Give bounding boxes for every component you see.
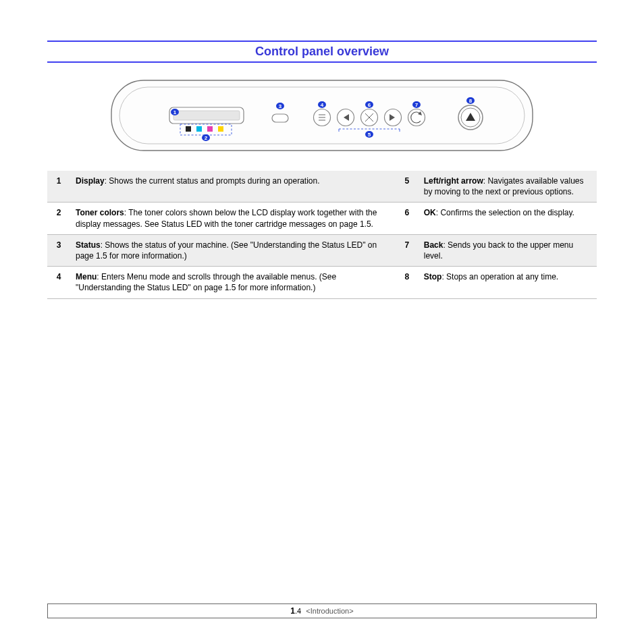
page-footer: 1.4 <Introduction> [47, 603, 597, 618]
legend-desc: OK: Confirms the selection on the displa… [417, 203, 597, 234]
legend-desc: Menu: Enters Menu mode and scrolls throu… [69, 267, 396, 298]
legend-desc: Back: Sends you back to the upper menu l… [417, 234, 597, 266]
svg-rect-3 [173, 111, 240, 120]
legend-num: 4 [47, 267, 69, 298]
table-row: 2 Toner colors: The toner colors shown b… [47, 203, 597, 234]
legend-num: 3 [47, 234, 69, 266]
footer-section: <Introduction> [306, 607, 353, 615]
svg-rect-4 [186, 126, 191, 132]
page-number-minor: .4 [295, 607, 301, 615]
legend-table: 1 Display: Shows the current status and … [47, 171, 597, 299]
control-panel-svg: 1 2 3 4 5 6 7 8 [106, 75, 538, 156]
control-panel-figure: 1 2 3 4 5 6 7 8 [47, 75, 597, 156]
svg-rect-5 [196, 126, 202, 132]
svg-text:1: 1 [173, 109, 177, 115]
table-row: 3 Status: Shows the status of your machi… [47, 234, 597, 266]
legend-num: 6 [396, 203, 417, 234]
legend-desc: Stop: Stops an operation at any time. [417, 267, 597, 298]
svg-rect-6 [207, 126, 213, 132]
table-row: 4 Menu: Enters Menu mode and scrolls thr… [47, 267, 597, 298]
legend-desc: Status: Shows the status of your machine… [69, 234, 396, 266]
legend-num: 8 [396, 267, 417, 298]
svg-text:2: 2 [205, 135, 208, 141]
legend-desc: Toner colors: The toner colors shown bel… [69, 203, 396, 234]
legend-num: 5 [396, 171, 417, 203]
section-title-text: Control panel overview [255, 45, 389, 58]
svg-text:6: 6 [368, 102, 371, 108]
svg-rect-7 [218, 126, 223, 132]
svg-text:4: 4 [321, 102, 324, 108]
table-row: 1 Display: Shows the current status and … [47, 171, 597, 203]
svg-rect-9 [272, 114, 288, 122]
legend-desc: Display: Shows the current status and pr… [69, 171, 396, 203]
legend-num: 1 [47, 171, 69, 203]
legend-desc: Left/right arrow: Navigates available va… [417, 171, 597, 203]
svg-text:3: 3 [279, 103, 282, 109]
legend-num: 2 [47, 203, 69, 234]
svg-text:5: 5 [368, 132, 371, 138]
section-title: Control panel overview [47, 41, 597, 63]
svg-text:7: 7 [415, 102, 419, 108]
legend-num: 7 [396, 234, 417, 266]
svg-text:8: 8 [469, 98, 473, 104]
